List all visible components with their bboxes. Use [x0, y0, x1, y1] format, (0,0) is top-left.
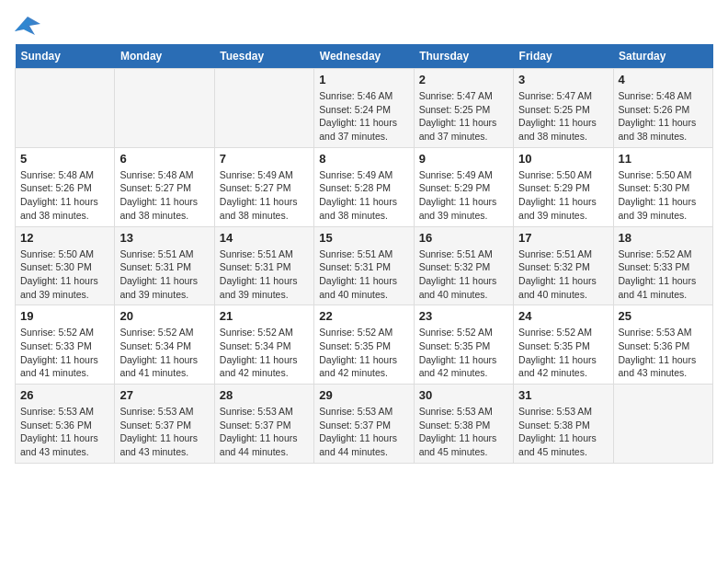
day-info: Sunrise: 5:49 AMSunset: 5:28 PMDaylight:…	[319, 168, 408, 223]
calendar-cell: 29Sunrise: 5:53 AMSunset: 5:37 PMDayligh…	[314, 385, 414, 464]
day-info: Sunrise: 5:47 AMSunset: 5:25 PMDaylight:…	[419, 89, 508, 144]
day-number: 6	[119, 152, 209, 166]
calendar-week-1: 1Sunrise: 5:46 AMSunset: 5:24 PMDaylight…	[16, 69, 713, 148]
day-info: Sunrise: 5:52 AMSunset: 5:33 PMDaylight:…	[20, 326, 109, 380]
calendar-cell: 18Sunrise: 5:52 AMSunset: 5:33 PMDayligh…	[613, 226, 712, 305]
day-info: Sunrise: 5:51 AMSunset: 5:31 PMDaylight:…	[220, 247, 309, 302]
day-info: Sunrise: 5:53 AMSunset: 5:37 PMDaylight:…	[119, 405, 209, 459]
day-info: Sunrise: 5:51 AMSunset: 5:31 PMDaylight:…	[319, 247, 408, 302]
header-day-sunday: Sunday	[16, 44, 115, 69]
day-info: Sunrise: 5:52 AMSunset: 5:35 PMDaylight:…	[419, 326, 508, 380]
calendar-cell: 7Sunrise: 5:49 AMSunset: 5:27 PMDaylight…	[214, 147, 313, 226]
calendar-header: SundayMondayTuesdayWednesdayThursdayFrid…	[16, 44, 713, 69]
day-number: 18	[619, 231, 708, 245]
calendar-body: 1Sunrise: 5:46 AMSunset: 5:24 PMDaylight…	[16, 69, 713, 464]
calendar-cell: 17Sunrise: 5:51 AMSunset: 5:32 PMDayligh…	[514, 226, 613, 305]
calendar-cell: 30Sunrise: 5:53 AMSunset: 5:38 PMDayligh…	[414, 385, 513, 464]
day-number: 14	[220, 231, 309, 245]
day-number: 11	[619, 152, 708, 166]
header-day-wednesday: Wednesday	[314, 44, 414, 69]
header-day-monday: Monday	[115, 44, 214, 69]
header-row: SundayMondayTuesdayWednesdayThursdayFrid…	[16, 44, 713, 69]
calendar-cell: 26Sunrise: 5:53 AMSunset: 5:36 PMDayligh…	[16, 385, 115, 464]
day-info: Sunrise: 5:51 AMSunset: 5:32 PMDaylight:…	[518, 247, 608, 302]
calendar-cell: 25Sunrise: 5:53 AMSunset: 5:36 PMDayligh…	[613, 305, 712, 385]
header-day-friday: Friday	[514, 44, 613, 69]
day-number: 3	[518, 73, 608, 86]
calendar-cell: 12Sunrise: 5:50 AMSunset: 5:30 PMDayligh…	[16, 226, 115, 305]
header-day-thursday: Thursday	[414, 44, 513, 69]
day-number: 1	[319, 73, 408, 86]
calendar-cell: 13Sunrise: 5:51 AMSunset: 5:31 PMDayligh…	[115, 226, 214, 305]
day-number: 23	[419, 309, 508, 323]
day-info: Sunrise: 5:53 AMSunset: 5:36 PMDaylight:…	[619, 326, 708, 380]
calendar-cell: 4Sunrise: 5:48 AMSunset: 5:26 PMDaylight…	[613, 69, 712, 148]
day-info: Sunrise: 5:52 AMSunset: 5:34 PMDaylight:…	[119, 326, 209, 380]
day-info: Sunrise: 5:53 AMSunset: 5:38 PMDaylight:…	[419, 405, 508, 459]
day-number: 26	[20, 388, 109, 402]
day-info: Sunrise: 5:48 AMSunset: 5:27 PMDaylight:…	[119, 168, 209, 223]
calendar-cell: 15Sunrise: 5:51 AMSunset: 5:31 PMDayligh…	[314, 226, 414, 305]
calendar-cell: 27Sunrise: 5:53 AMSunset: 5:37 PMDayligh…	[115, 385, 214, 464]
day-number: 19	[20, 309, 109, 323]
day-number: 21	[220, 309, 309, 323]
day-info: Sunrise: 5:51 AMSunset: 5:32 PMDaylight:…	[419, 247, 508, 302]
calendar-week-5: 26Sunrise: 5:53 AMSunset: 5:36 PMDayligh…	[16, 385, 713, 464]
calendar-cell: 24Sunrise: 5:52 AMSunset: 5:35 PMDayligh…	[514, 305, 613, 385]
calendar-cell	[613, 385, 712, 464]
day-number: 13	[119, 231, 209, 245]
day-info: Sunrise: 5:53 AMSunset: 5:38 PMDaylight:…	[518, 405, 608, 459]
day-number: 8	[319, 152, 408, 166]
day-info: Sunrise: 5:52 AMSunset: 5:35 PMDaylight:…	[518, 326, 608, 380]
calendar-week-3: 12Sunrise: 5:50 AMSunset: 5:30 PMDayligh…	[16, 226, 713, 305]
header-day-tuesday: Tuesday	[214, 44, 313, 69]
calendar-cell: 31Sunrise: 5:53 AMSunset: 5:38 PMDayligh…	[514, 385, 613, 464]
calendar-cell: 28Sunrise: 5:53 AMSunset: 5:37 PMDayligh…	[214, 385, 313, 464]
calendar-cell: 21Sunrise: 5:52 AMSunset: 5:34 PMDayligh…	[214, 305, 313, 385]
day-info: Sunrise: 5:48 AMSunset: 5:26 PMDaylight:…	[619, 89, 708, 144]
day-number: 20	[119, 309, 209, 323]
day-number: 31	[518, 388, 608, 402]
day-info: Sunrise: 5:46 AMSunset: 5:24 PMDaylight:…	[319, 89, 408, 144]
day-info: Sunrise: 5:51 AMSunset: 5:31 PMDaylight:…	[119, 247, 209, 302]
calendar-cell: 22Sunrise: 5:52 AMSunset: 5:35 PMDayligh…	[314, 305, 414, 385]
day-info: Sunrise: 5:52 AMSunset: 5:33 PMDaylight:…	[619, 247, 708, 302]
day-number: 16	[419, 231, 508, 245]
day-info: Sunrise: 5:49 AMSunset: 5:29 PMDaylight:…	[419, 168, 508, 223]
calendar-cell: 5Sunrise: 5:48 AMSunset: 5:26 PMDaylight…	[16, 147, 115, 226]
calendar-week-2: 5Sunrise: 5:48 AMSunset: 5:26 PMDaylight…	[16, 147, 713, 226]
day-number: 25	[619, 309, 708, 323]
calendar-cell: 20Sunrise: 5:52 AMSunset: 5:34 PMDayligh…	[115, 305, 214, 385]
day-number: 2	[419, 73, 508, 86]
calendar-cell: 10Sunrise: 5:50 AMSunset: 5:29 PMDayligh…	[514, 147, 613, 226]
day-number: 4	[619, 73, 708, 86]
day-info: Sunrise: 5:49 AMSunset: 5:27 PMDaylight:…	[220, 168, 309, 223]
calendar-cell: 3Sunrise: 5:47 AMSunset: 5:25 PMDaylight…	[514, 69, 613, 148]
day-number: 10	[518, 152, 608, 166]
day-number: 30	[419, 388, 508, 402]
day-number: 9	[419, 152, 508, 166]
calendar-cell: 1Sunrise: 5:46 AMSunset: 5:24 PMDaylight…	[314, 69, 414, 148]
day-number: 12	[20, 231, 109, 245]
day-info: Sunrise: 5:53 AMSunset: 5:37 PMDaylight:…	[319, 405, 408, 459]
calendar-cell	[115, 69, 214, 148]
day-info: Sunrise: 5:50 AMSunset: 5:30 PMDaylight:…	[619, 168, 708, 223]
calendar-cell	[214, 69, 313, 148]
day-number: 28	[220, 388, 309, 402]
day-info: Sunrise: 5:50 AMSunset: 5:29 PMDaylight:…	[518, 168, 608, 223]
calendar-cell: 9Sunrise: 5:49 AMSunset: 5:29 PMDaylight…	[414, 147, 513, 226]
day-info: Sunrise: 5:48 AMSunset: 5:26 PMDaylight:…	[20, 168, 109, 223]
day-number: 17	[518, 231, 608, 245]
day-number: 22	[319, 309, 408, 323]
day-info: Sunrise: 5:47 AMSunset: 5:25 PMDaylight:…	[518, 89, 608, 144]
calendar-cell: 19Sunrise: 5:52 AMSunset: 5:33 PMDayligh…	[16, 305, 115, 385]
day-info: Sunrise: 5:50 AMSunset: 5:30 PMDaylight:…	[20, 247, 109, 302]
calendar-cell: 14Sunrise: 5:51 AMSunset: 5:31 PMDayligh…	[214, 226, 313, 305]
header	[15, 15, 713, 35]
day-number: 29	[319, 388, 408, 402]
logo-icon	[15, 15, 40, 35]
calendar-cell: 16Sunrise: 5:51 AMSunset: 5:32 PMDayligh…	[414, 226, 513, 305]
day-info: Sunrise: 5:52 AMSunset: 5:35 PMDaylight:…	[319, 326, 408, 380]
header-day-saturday: Saturday	[613, 44, 712, 69]
calendar-cell: 23Sunrise: 5:52 AMSunset: 5:35 PMDayligh…	[414, 305, 513, 385]
